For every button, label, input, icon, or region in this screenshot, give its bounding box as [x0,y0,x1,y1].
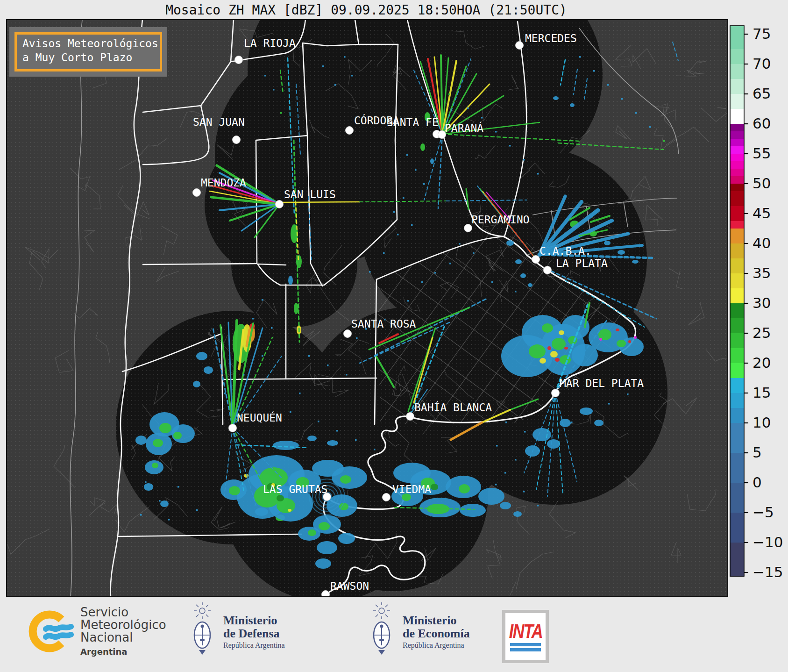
echo-speck [374,449,376,450]
echo-speck [524,431,526,433]
colorbar-segment [730,483,744,513]
colorbar-segment [730,176,744,184]
city-label: LA RIOJA [244,37,296,49]
city-label: MERCEDES [525,32,577,44]
colorbar-tick-label: 50 [753,175,771,192]
echo-blob [550,351,558,357]
echo-speck [273,89,275,91]
echo-speck [421,281,423,283]
inta-box: INTA [502,610,549,663]
echo-blob [515,259,522,264]
echo-blob [617,340,626,347]
radar-map: LA RIOJAMERCEDESSAN JUANCÓRDOBASANTA FEP… [0,0,788,672]
echo-speck [351,75,353,77]
echo-speck [589,412,591,414]
echo-speck [495,131,497,133]
colorbar-tick-label: 20 [753,354,771,371]
echo-speck [649,126,651,128]
footer: Servicio Meteorológico Nacional Argentin… [0,597,788,672]
colorbar-segment [730,408,744,423]
echo-speck [327,365,329,366]
echo-blob [338,533,355,544]
echo-speck [177,486,179,488]
colorbar-tick-label: 15 [753,384,771,401]
city-marker [544,266,552,274]
echo-spike [283,202,360,202]
defensa-logo: Ministerio de Defensa República Argentin… [188,601,285,662]
echo-speck [523,491,525,493]
echo-speck [411,224,413,226]
echo-blob [160,500,169,507]
echo-blob [540,358,546,364]
colorbar-tick-label: 40 [753,235,771,251]
echo-speck [264,75,266,77]
city-marker [235,56,243,64]
echo-speck [621,98,623,100]
echo-speck [140,514,142,516]
city-marker [233,136,241,144]
echo-blob [308,529,316,536]
colorbar-tick-label: 35 [753,265,771,281]
echo-speck [434,272,436,274]
colorbar-segment [730,243,744,259]
city-label: RAWSON [330,580,369,592]
colorbar-segment [730,258,744,274]
echo-speck [356,337,358,339]
echo-speck [449,263,451,265]
echo-blob [500,502,511,509]
echo-speck [262,299,263,301]
city-label: SANTA ROSA [351,318,416,330]
city-label: PERGAMINO [471,214,530,226]
echo-speck [537,173,539,175]
warning-line-1: Avisos Meteorológicos [22,36,160,50]
echo-blob [430,158,434,164]
echo-blob [513,511,522,517]
smn-line-4: Argentina [80,645,166,658]
echo-blob [288,276,293,285]
echo-blob [634,336,637,339]
echo-speck [403,197,405,199]
echo-blob [196,352,207,360]
echo-speck [504,472,506,474]
echo-speck [393,211,395,213]
radar-mosaic-page: Mosaico ZH MAX [dBZ] 09.09.2025 18:50HOA… [0,0,788,672]
colorbar-tick-label: −5 [753,504,774,521]
echo-blob [559,330,564,335]
colorbar-segment [730,348,744,364]
echo-blob [520,273,526,278]
inta-bar-1 [510,643,541,646]
reflectivity-colorbar: 757065605550454035302520151050−5−10−15 [730,25,783,580]
echo-blob [560,419,571,427]
echo-speck [262,355,263,357]
colorbar-segment [730,26,744,50]
echo-speck [346,374,348,376]
city-label: VIEDMA [392,483,431,495]
city-label: MAR DEL PLATA [560,377,644,389]
echo-speck [663,140,665,142]
economia-line-3: República Argentina [403,641,470,650]
city-marker [344,330,352,338]
colorbar-segment [730,393,744,408]
city-label: PARANÁ [445,122,483,134]
echo-speck [318,421,319,422]
echo-speck [448,93,450,95]
echo-speck [467,107,469,109]
echo-speck [322,65,324,67]
echo-speck [579,56,581,58]
echo-blob [135,436,147,445]
echo-speck [415,169,417,171]
colorbar-tick-label: 55 [753,145,771,162]
colorbar-tick-label: 45 [753,205,771,222]
echo-blob [193,381,200,387]
echo-speck [168,519,170,521]
echo-speck [271,327,273,329]
city-label: BAHÍA BLANCA [414,401,492,414]
city-marker [552,389,560,397]
echo-blob [277,495,284,501]
echo-blob [431,484,438,490]
smn-logo: Servicio Meteorológico Nacional Argentin… [27,606,166,658]
echo-speck [159,500,161,502]
city-label: LA PLATA [556,257,608,269]
echo-blob [315,558,331,569]
echo-speck [505,422,507,423]
